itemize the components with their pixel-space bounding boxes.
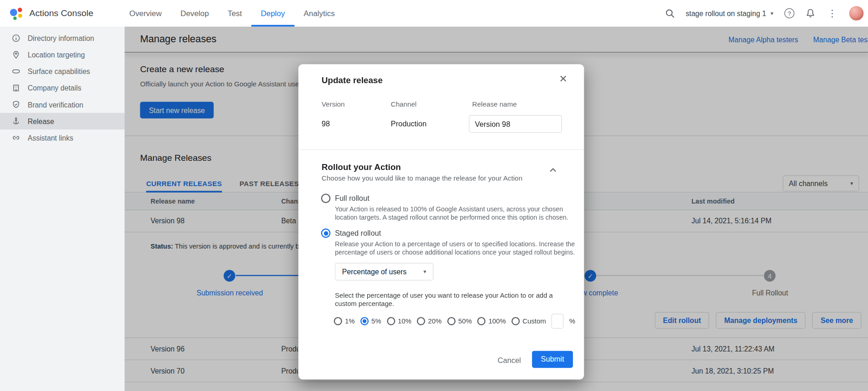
percent-option-5[interactable]: 5% (360, 317, 381, 325)
close-icon[interactable]: ✕ (559, 73, 567, 85)
percent-option-custom[interactable]: Custom (511, 317, 546, 325)
top-bar-actions: stage rollout on staging 1 ▾ ? ⋮ (665, 6, 868, 20)
sidebar-item-surface-capabilities[interactable]: Surface capabilities (0, 63, 125, 79)
rollout-method-select[interactable]: Percentage of users ▾ (335, 263, 433, 281)
radio-selected-icon (360, 317, 369, 325)
dialog-title: Update release (322, 75, 383, 85)
radio-icon (511, 317, 520, 325)
primary-nav: Overview Develop Test Deploy Analytics (120, 0, 344, 27)
radio-icon (447, 317, 456, 325)
project-name: stage rollout on staging 1 (685, 9, 766, 17)
update-release-dialog: Update release ✕ Version Channel Release… (298, 64, 584, 380)
top-bar: Actions Console Overview Develop Test De… (0, 0, 868, 27)
radio-icon (387, 317, 395, 325)
notifications-bell-icon[interactable] (805, 8, 816, 18)
sidebar-item-brand-verification[interactable]: Brand verification (0, 96, 125, 113)
staged-rollout-radio[interactable] (321, 228, 330, 238)
staged-rollout-label[interactable]: Staged rollout (335, 229, 381, 237)
dialog-divider (298, 149, 584, 150)
staged-rollout-description: Release your Action to a percentage of u… (335, 240, 576, 256)
location-pin-icon (11, 51, 20, 59)
percentage-radio-group: 1% 5% 10% 20% 50% 100% (334, 314, 575, 329)
nav-tab-analytics[interactable]: Analytics (294, 0, 344, 27)
full-rollout-label[interactable]: Full rollout (335, 194, 369, 203)
caret-down-icon: ▾ (423, 269, 426, 274)
percent-option-50[interactable]: 50% (447, 317, 472, 325)
nav-tab-test[interactable]: Test (218, 0, 251, 27)
percent-suffix: % (569, 317, 575, 325)
link-icon (11, 133, 20, 142)
percent-option-20[interactable]: 20% (417, 317, 442, 325)
capsule-icon (11, 67, 20, 76)
help-icon[interactable]: ? (784, 8, 794, 18)
chevron-up-icon[interactable] (548, 166, 557, 175)
caret-down-icon: ▾ (771, 11, 773, 16)
nav-tab-deploy[interactable]: Deploy (251, 0, 294, 27)
channel-label: Channel (391, 101, 417, 108)
custom-percent-input[interactable] (552, 314, 564, 329)
release-name-input[interactable] (469, 115, 562, 133)
percent-option-1[interactable]: 1% (334, 317, 354, 325)
release-name-label: Release name (472, 101, 517, 108)
percent-option-10[interactable]: 10% (387, 317, 411, 325)
nav-tab-develop[interactable]: Develop (171, 0, 218, 27)
channel-value: Production (391, 119, 427, 128)
app-title: Actions Console (29, 8, 93, 18)
radio-icon (417, 317, 425, 325)
radio-icon (477, 317, 485, 325)
rollout-section-subtitle: Choose how you would like to manage the … (322, 174, 523, 182)
rollout-section-title: Rollout your Action (322, 162, 401, 172)
version-value: 98 (322, 119, 330, 128)
sidebar-item-assistant-links[interactable]: Assistant links (0, 130, 125, 146)
version-label: Version (322, 101, 345, 108)
nav-tab-overview[interactable]: Overview (120, 0, 171, 27)
actions-console-logo-icon (9, 6, 23, 20)
sidebar-item-location-targeting[interactable]: Location targeting (0, 46, 125, 63)
percent-option-100[interactable]: 100% (477, 317, 506, 325)
deploy-sidebar: Directory information Location targeting… (0, 27, 125, 391)
cancel-button[interactable]: Cancel (494, 354, 524, 367)
sidebar-item-company-details[interactable]: Company details (0, 79, 125, 96)
kebab-menu-icon[interactable]: ⋮ (827, 9, 838, 18)
sidebar-item-directory-information[interactable]: Directory information (0, 30, 125, 46)
submit-button[interactable]: Submit (532, 351, 573, 368)
info-icon (11, 34, 20, 42)
search-icon[interactable] (665, 8, 675, 18)
user-avatar[interactable] (849, 6, 863, 20)
sidebar-item-release[interactable]: Release (0, 113, 125, 130)
actions-console-app: Actions Console Overview Develop Test De… (0, 0, 868, 391)
shield-check-icon (11, 100, 20, 109)
building-icon (11, 84, 20, 92)
full-rollout-radio[interactable] (321, 193, 330, 203)
radio-icon (334, 317, 342, 325)
project-selector[interactable]: stage rollout on staging 1 ▾ (685, 9, 773, 17)
percentage-hint-text: Select the percentage of user you want t… (335, 292, 573, 308)
full-rollout-description: Your Action is released to 100% of Googl… (335, 205, 576, 221)
anchor-icon (11, 117, 20, 125)
